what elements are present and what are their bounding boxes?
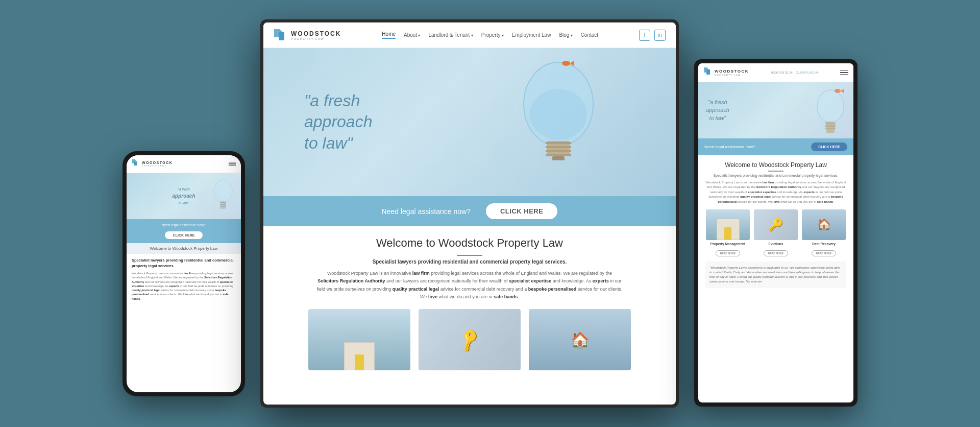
nav-employment[interactable]: Employment Law [512,32,551,38]
desktop-cta-button[interactable]: CLICK HERE [486,203,557,219]
phone-content: Specialist lawyers providing residential… [127,254,241,392]
phone-headline: Specialist lawyers providing residential… [132,258,236,269]
phone-body: Woodstock Property Law is an innovative … [132,271,236,301]
desktop-logo-text: WOODSTOCK PROPERTY LAW [291,30,341,40]
phone-cta-text: Need legal assistance now? [132,223,236,227]
desktop-social: f in [639,30,666,41]
nav-home[interactable]: Home [382,31,396,39]
svg-point-3 [214,180,232,202]
nav-landlord[interactable]: Landlord & Tenant [428,32,473,38]
tablet-service-grid: Property Management READ MORE 🔑 Eviction… [705,209,846,256]
desktop-cta-bar: Need legal assistance now? CLICK HERE [263,196,676,226]
tablet-welcome-body: Woodstock Property Law is an innovative … [705,180,846,205]
desktop-service-debt-recovery: 🏠 [529,309,631,370]
tablet-evictions-image: 🔑 [754,209,798,240]
svg-rect-6 [220,204,226,205]
svg-rect-5 [220,202,226,203]
desktop-logo-icon [274,27,288,43]
tablet-logo-name: WOODSTOCK [715,69,749,74]
svg-rect-25 [706,69,710,75]
svg-rect-17 [546,154,571,156]
house-icon: 🏠 [571,331,590,349]
desktop-hero-quote: "a freshapproachto law" [304,90,372,154]
facebook-icon[interactable]: f [639,30,650,41]
tablet-welcome-title: Welcome to Woodstock Property Law [705,161,846,169]
desktop-hero: "a freshapproachto law" [263,48,676,196]
phone-logo-name: WOODSTOCK [142,161,173,164]
tablet-service-2-title: Evictions [754,242,798,246]
desktop-welcome-divider [457,255,482,256]
desktop-service-evictions: 🔑 [419,309,521,370]
tablet-cta-button[interactable]: CLICK HERE [811,143,847,151]
svg-rect-14 [546,142,571,144]
nav-property[interactable]: Property [481,32,504,38]
tablet-logo-sub: PROPERTY LAW [715,74,749,77]
desktop-logo: WOODSTOCK PROPERTY LAW [274,27,341,43]
desktop-hero-bulb [507,48,609,196]
svg-rect-29 [825,123,836,124]
desktop-logo-sub: PROPERTY LAW [291,37,341,40]
desktop-screen: WOODSTOCK PROPERTY LAW Home About Landlo… [263,22,676,405]
desktop-service-property-management [308,309,410,370]
phone-logo: WOODSTOCK PROPERTY LAW [132,158,173,170]
phone-hero-quote: "a fresh approach to law" [172,186,195,206]
desktop-nav: WOODSTOCK PROPERTY LAW Home About Landlo… [263,22,676,48]
svg-point-32 [835,89,841,93]
phone-screen: WOODSTOCK PROPERTY LAW "a fresh approach… [127,155,241,392]
tablet-menu-icon[interactable] [840,70,848,75]
tablet-main: Welcome to Woodstock Property Law Specia… [698,155,853,402]
phone-menu-icon[interactable] [229,162,236,167]
tablet-logo-icon [703,66,713,79]
tablet-welcome-divider [768,171,783,172]
desktop-welcome-title: Welcome to Woodstock Property Law [279,236,660,250]
svg-rect-16 [546,150,571,152]
svg-rect-1 [134,161,137,165]
tablet-testimonial: "Woodstock Property Law's experience is … [705,262,846,288]
tablet-header-right: 0300 303 31 24 CLIENT LOG IN [771,71,818,74]
tablet-hero-quote: "a freshapproachto law" [706,99,729,122]
svg-rect-30 [825,125,836,127]
phone-header: WOODSTOCK PROPERTY LAW [127,155,241,173]
tablet-service-property-mgmt: Property Management READ MORE [706,209,750,256]
svg-point-19 [562,61,570,66]
phone-logo-sub: PROPERTY LAW [142,164,173,167]
nav-about[interactable]: About [404,32,420,38]
tablet-hero: "a freshapproachto law" [698,82,853,138]
desktop-cta-text: Need legal assistance now? [382,207,471,216]
tablet-service-1-btn[interactable]: READ MORE [716,250,740,256]
svg-point-21 [543,72,574,80]
desktop-welcome-subtitle: Specialist lawyers providing residential… [279,259,660,265]
phone-logo-icon [132,158,140,170]
svg-rect-31 [825,128,836,129]
tablet-mockup: WOODSTOCK PROPERTY LAW 0300 303 31 24 CL… [694,59,857,407]
tablet-logo: WOODSTOCK PROPERTY LAW [703,66,749,79]
svg-rect-18 [552,156,565,160]
phone-mockup: WOODSTOCK PROPERTY LAW "a fresh approach… [122,151,245,396]
tablet-service-evictions: 🔑 Evictions READ MORE [754,209,798,256]
desktop-hero-text: "a freshapproachto law" [304,90,372,154]
svg-marker-33 [841,89,844,93]
phone-cta-button[interactable]: CLiCK HERE [165,231,203,239]
desktop-nav-menu: Home About Landlord & Tenant Property Em… [382,31,598,39]
tablet-client-login[interactable]: CLIENT LOG IN [796,71,818,74]
tablet-service-1-title: Property Management [706,242,750,246]
linkedin-icon[interactable]: in [654,30,666,41]
scene: WOODSTOCK PROPERTY LAW "a fresh approach… [0,0,980,427]
desktop-welcome-body: Woodstock Property Law is an innovative … [316,270,623,301]
svg-rect-7 [220,206,226,207]
tablet-screen: WOODSTOCK PROPERTY LAW 0300 303 31 24 CL… [698,63,853,402]
tablet-service-3-btn[interactable]: READ MORE [812,250,836,256]
phone-cta-bar: Need legal assistance now? CLiCK HERE [127,219,241,243]
tablet-service-2-btn[interactable]: READ MORE [764,250,788,256]
nav-blog[interactable]: Blog [559,32,572,38]
tablet-phone: 0300 303 31 24 [771,71,793,74]
tablet-cta-text: Need legal assistance now? [704,145,755,149]
svg-point-27 [817,90,844,123]
evictions-keys-icon: 🔑 [768,218,783,232]
tablet-service-3-title: Debt Recovery [802,242,846,246]
keys-icon: 🔑 [456,326,483,353]
phone-hero: "a fresh approach to law" [127,173,241,219]
tablet-service-debt-recovery: 🏠 Debt Recovery READ MORE [802,209,846,256]
nav-contact[interactable]: Contact [581,32,598,38]
tablet-property-mgmt-image [706,209,750,240]
